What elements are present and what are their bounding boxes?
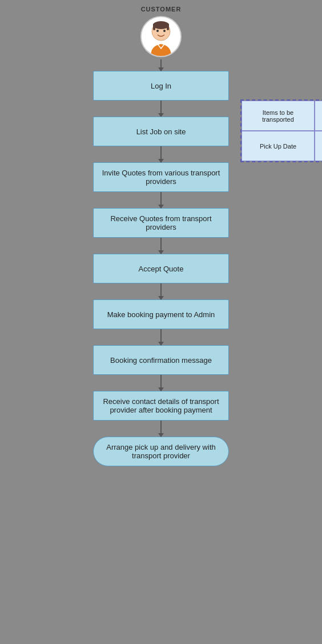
step-arrange-pickup-label: Arrange pick up and delivery with transp…	[100, 443, 222, 460]
svg-point-4	[156, 30, 159, 32]
connector-6	[160, 329, 162, 345]
svg-rect-3	[167, 23, 169, 30]
connector-4	[160, 238, 162, 254]
flowchart: CUSTOMER Log	[0, 0, 322, 483]
connector-2	[160, 146, 162, 162]
step-accept-quote: Accept Quote	[93, 254, 229, 283]
step-receive-contact-label: Receive contact details of transport pro…	[100, 397, 222, 414]
step-list-job-wrapper: List Job on site Items to be transported…	[93, 117, 229, 146]
connector-avatar-login	[160, 59, 162, 71]
step-booking-confirmation-label: Booking confirmation message	[110, 356, 212, 365]
connector-5	[160, 283, 162, 299]
step-login: Log In	[93, 71, 229, 101]
step-login-label: Log In	[151, 82, 171, 90]
annotation-delivery-location: Delivery Location	[315, 131, 322, 161]
connector-1	[160, 101, 162, 117]
step-list-job-label: List Job on site	[136, 127, 186, 136]
step-invite-quotes-label: Invite Quotes from various transport pro…	[100, 169, 222, 186]
annotation-items: Items to be transported	[242, 101, 315, 131]
step-invite-quotes: Invite Quotes from various transport pro…	[93, 162, 229, 192]
annotation-pickup-date: Pick Up Date	[242, 131, 315, 161]
connector-3	[160, 192, 162, 208]
connector-7	[160, 375, 162, 391]
step-receive-contact: Receive contact details of transport pro…	[93, 391, 229, 421]
step-receive-quotes-label: Receive Quotes from transport providers	[100, 214, 222, 231]
step-accept-quote-label: Accept Quote	[139, 265, 184, 273]
svg-rect-2	[153, 23, 155, 30]
step-receive-quotes: Receive Quotes from transport providers	[93, 208, 229, 238]
annotation-box: Items to be transported Pick Up Location…	[240, 99, 322, 162]
annotation-items-label: Items to be transported	[247, 109, 309, 123]
step-list-job: List Job on site	[93, 117, 229, 146]
connector-8	[160, 421, 162, 437]
step-make-payment: Make booking payment to Admin	[93, 299, 229, 329]
avatar	[140, 16, 182, 57]
step-booking-confirmation: Booking confirmation message	[93, 345, 229, 375]
customer-section: CUSTOMER	[140, 6, 182, 57]
annotation-pickup-location: Pick Up Location	[315, 101, 322, 131]
step-make-payment-label: Make booking payment to Admin	[107, 310, 215, 319]
avatar-icon	[142, 17, 180, 56]
annotation-pickup-date-label: Pick Up Date	[260, 143, 296, 150]
customer-label: CUSTOMER	[141, 6, 182, 13]
svg-point-1	[153, 21, 169, 29]
svg-point-5	[163, 30, 166, 32]
step-arrange-pickup: Arrange pick up and delivery with transp…	[93, 437, 229, 466]
